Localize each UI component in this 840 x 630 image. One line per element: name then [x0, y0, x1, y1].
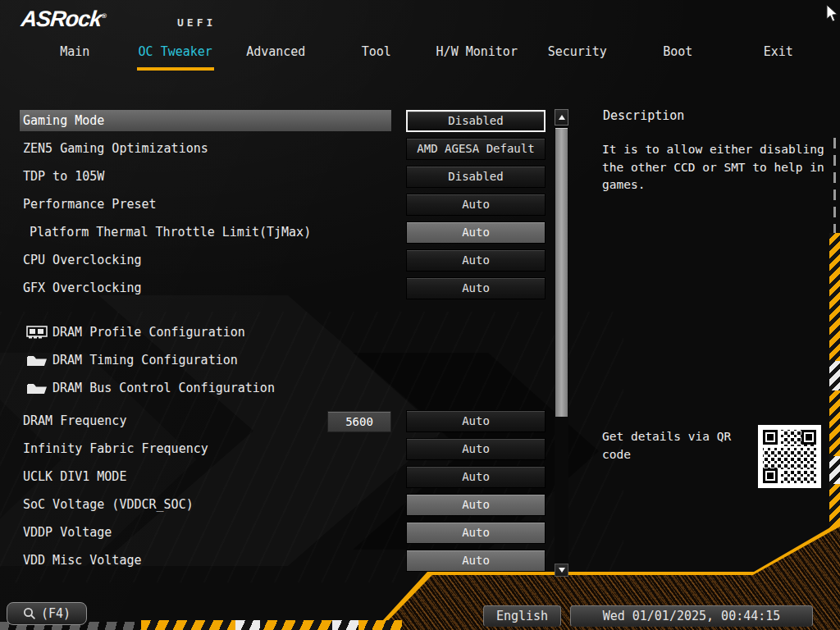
- list-gap: [20, 303, 546, 319]
- setting-row-soc-voltage[interactable]: SoC Voltage (VDDCR_SOC) Auto: [20, 491, 546, 519]
- description-title: Description: [603, 108, 684, 123]
- option-button-tjmax[interactable]: Auto: [406, 221, 546, 244]
- search-button[interactable]: (F4): [7, 602, 87, 625]
- tab-boot[interactable]: Boot: [628, 41, 728, 66]
- datetime-display: Wed 01/01/2025, 00:44:15: [570, 605, 813, 627]
- setting-label: Gaming Mode: [23, 113, 104, 128]
- bottom-stripes-white: [332, 620, 358, 630]
- setting-row-vdd-misc-voltage[interactable]: VDD Misc Voltage Auto: [20, 547, 546, 575]
- asrock-logo-text: ASRock: [20, 7, 103, 31]
- option-button-vddp-voltage[interactable]: Auto: [406, 522, 546, 544]
- scroll-down-button[interactable]: [555, 564, 568, 577]
- submenu-dram-profile-configuration[interactable]: DRAM Profile Configuration: [20, 319, 546, 347]
- mouse-cursor: [824, 4, 840, 24]
- trademark-symbol: ®: [101, 12, 107, 20]
- tab-hw-monitor[interactable]: H/W Monitor: [427, 41, 527, 66]
- search-hotkey: (F4): [41, 606, 71, 621]
- option-button-uclk[interactable]: Auto: [406, 466, 546, 488]
- setting-row-zen5-gaming-optimizations[interactable]: ZEN5 Gaming Optimizations AMD AGESA Defa…: [20, 135, 546, 163]
- option-button-performance-preset[interactable]: Auto: [406, 194, 546, 216]
- dimm-icon: [26, 325, 48, 340]
- setting-row-gaming-mode[interactable]: Gaming Mode Disabled: [20, 107, 546, 135]
- setting-label: SoC Voltage (VDDCR_SOC): [23, 497, 194, 512]
- option-button-gaming-mode[interactable]: Disabled: [406, 110, 546, 132]
- setting-row-performance-preset[interactable]: Performance Preset Auto: [20, 191, 546, 219]
- description-body: It is to allow either disabling the othe…: [602, 141, 829, 194]
- folder-icon: [26, 381, 48, 395]
- asrock-logo: ASRock®: [20, 7, 107, 32]
- edge-dashed-line: [833, 138, 836, 233]
- language-button[interactable]: English: [483, 605, 561, 627]
- setting-label: Infinity Fabric Frequency: [23, 441, 208, 456]
- setting-row-gfx-overclocking[interactable]: GFX Overclocking Auto: [20, 275, 546, 303]
- search-icon: [23, 607, 36, 620]
- uefi-label: UEFI: [177, 16, 216, 29]
- setting-label: Performance Preset: [23, 197, 157, 212]
- bottom-stripes-white: [235, 620, 260, 630]
- tab-oc-tweaker[interactable]: OC Tweaker: [126, 41, 226, 66]
- hazard-stripe-white: [829, 361, 840, 390]
- submenu-label: DRAM Timing Configuration: [52, 353, 238, 368]
- setting-row-platform-thermal-limit[interactable]: Platform Thermal Throttle Limit(TjMax) A…: [20, 219, 546, 247]
- setting-row-tdp-105w[interactable]: TDP to 105W Disabled: [20, 163, 546, 191]
- option-button-soc-voltage[interactable]: Auto: [406, 494, 546, 516]
- tab-main[interactable]: Main: [25, 41, 126, 66]
- setting-label: TDP to 105W: [23, 169, 104, 184]
- setting-row-vddp-voltage[interactable]: VDDP Voltage Auto: [20, 519, 546, 547]
- setting-label: VDD Misc Voltage: [23, 553, 142, 568]
- setting-label: GFX Overclocking: [23, 281, 142, 295]
- dram-frequency-value: 5600: [327, 411, 391, 432]
- submenu-label: DRAM Profile Configuration: [52, 325, 245, 340]
- tab-tool[interactable]: Tool: [326, 41, 427, 66]
- setting-row-infinity-fabric-frequency[interactable]: Infinity Fabric Frequency Auto: [20, 436, 546, 463]
- folder-icon: [26, 353, 48, 368]
- setting-row-uclk-div1-mode[interactable]: UCLK DIV1 MODE Auto: [20, 463, 546, 491]
- setting-label: CPU Overclocking: [23, 253, 142, 267]
- arrow-up-icon: [559, 115, 565, 120]
- option-button-fabric-frequency[interactable]: Auto: [406, 438, 546, 460]
- setting-row-dram-frequency[interactable]: DRAM Frequency 5600 Auto: [20, 408, 546, 436]
- hazard-stripe: [829, 233, 840, 361]
- bottom-stripes-yellow: [141, 620, 402, 630]
- tab-advanced[interactable]: Advanced: [226, 41, 326, 66]
- submenu-dram-timing-configuration[interactable]: DRAM Timing Configuration: [20, 347, 546, 375]
- settings-scrollbar[interactable]: [555, 109, 568, 577]
- setting-row-cpu-overclocking[interactable]: CPU Overclocking Auto: [20, 247, 546, 275]
- setting-label: DRAM Frequency: [23, 413, 126, 428]
- option-button-cpu-oc[interactable]: Auto: [406, 249, 546, 272]
- scrollbar-thumb[interactable]: [555, 128, 568, 417]
- setting-label: ZEN5 Gaming Optimizations: [23, 141, 208, 156]
- arrow-down-icon: [559, 568, 565, 573]
- option-button-vdd-misc-voltage[interactable]: Auto: [406, 550, 546, 572]
- submenu-label: DRAM Bus Control Configuration: [52, 381, 275, 395]
- tab-security[interactable]: Security: [527, 41, 628, 66]
- submenu-dram-bus-control-configuration[interactable]: DRAM Bus Control Configuration: [20, 375, 546, 403]
- setting-label: VDDP Voltage: [23, 525, 112, 540]
- qr-label: Get details via QR code: [602, 427, 758, 463]
- scroll-up-button[interactable]: [555, 109, 568, 126]
- hazard-stripe: [829, 390, 840, 456]
- setting-label: Platform Thermal Throttle Limit(TjMax): [30, 225, 311, 240]
- setting-label: UCLK DIV1 MODE: [23, 469, 126, 484]
- qr-code: [758, 425, 821, 488]
- option-button-tdp[interactable]: Disabled: [406, 166, 546, 188]
- option-button-zen5[interactable]: AMD AGESA Default: [406, 138, 546, 160]
- tab-exit[interactable]: Exit: [728, 41, 829, 66]
- option-button-gfx-oc[interactable]: Auto: [406, 277, 546, 299]
- hazard-stripe-white: [829, 456, 840, 484]
- nav-tabs: Main OC Tweaker Advanced Tool H/W Monito…: [25, 41, 829, 66]
- settings-list: Gaming Mode Disabled ZEN5 Gaming Optimiz…: [20, 107, 546, 575]
- uefi-screen: ASRock® UEFI Main OC Tweaker Advanced To…: [0, 0, 840, 630]
- option-button-dram-frequency[interactable]: Auto: [406, 410, 546, 432]
